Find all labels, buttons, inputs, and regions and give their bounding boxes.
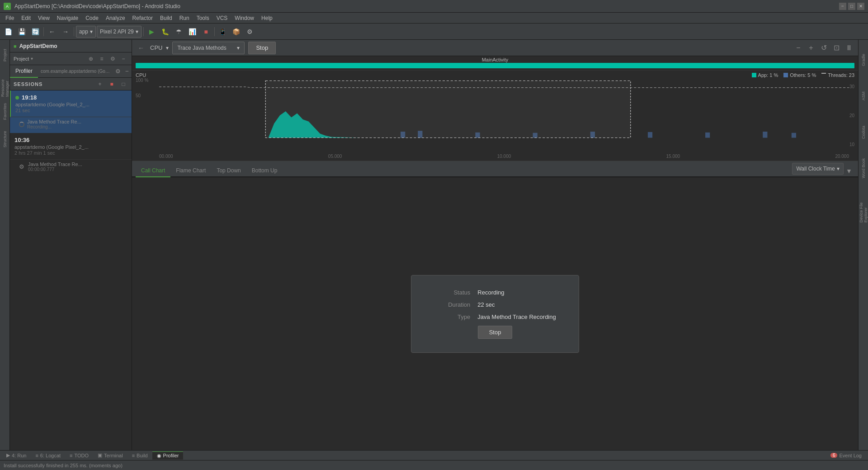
save-button[interactable]: 💾 bbox=[15, 25, 28, 38]
gear-icon-2: ⚙ bbox=[19, 163, 24, 170]
collapse-button[interactable]: ≡ bbox=[97, 54, 106, 63]
close-button[interactable]: ✕ bbox=[857, 3, 864, 10]
run-tab[interactable]: ▶ 4: Run bbox=[2, 451, 31, 459]
stop-run-button[interactable]: ■ bbox=[200, 25, 212, 38]
build-tab[interactable]: ≡ Build bbox=[127, 452, 152, 459]
session-time-2: 10:36 bbox=[14, 137, 127, 143]
menu-code[interactable]: Code bbox=[82, 14, 102, 22]
menu-navigate[interactable]: Navigate bbox=[53, 14, 82, 22]
pause-button[interactable]: ⏸ bbox=[844, 43, 854, 53]
menu-refactor[interactable]: Refactor bbox=[129, 14, 156, 22]
title-bar: A AppStartDemo [C:\AndroidDev\code\AppSt… bbox=[0, 0, 868, 13]
tab-call-chart[interactable]: Call Chart bbox=[136, 165, 170, 177]
project-settings-button[interactable]: ⚙ bbox=[108, 54, 117, 63]
session-item-2[interactable]: 10:36 appstartdemo (Google Pixel_2_... 2… bbox=[10, 133, 132, 160]
add-session-button[interactable]: + bbox=[95, 80, 104, 89]
codota-icon[interactable]: Codota bbox=[859, 114, 868, 150]
svg-rect-5 bbox=[648, 132, 652, 138]
session-name-2: appstartdemo (Google Pixel_2_... bbox=[14, 144, 127, 150]
profiler-settings-button[interactable]: ⚙ bbox=[113, 67, 123, 76]
menu-run[interactable]: Run bbox=[176, 14, 193, 22]
new-button[interactable]: 📄 bbox=[2, 25, 14, 38]
project-label: Project bbox=[14, 56, 29, 62]
sdk-button[interactable]: 📦 bbox=[230, 25, 243, 38]
wall-clock-dropdown[interactable]: Wall Clock Time ▾ bbox=[792, 163, 844, 175]
recording-label-1: Java Method Trace Re... bbox=[27, 119, 81, 124]
menu-build[interactable]: Build bbox=[156, 14, 176, 22]
build-icon: ≡ bbox=[132, 453, 135, 458]
project-close-button[interactable]: − bbox=[119, 54, 128, 63]
zoom-controls: − + ↺ ⊡ ⏸ bbox=[793, 43, 854, 53]
tab-flame-chart[interactable]: Flame Chart bbox=[170, 165, 211, 177]
menu-analyze[interactable]: Analyze bbox=[102, 14, 129, 22]
profiler-bottom-tab[interactable]: ◉ Profiler bbox=[152, 451, 184, 460]
avd-button[interactable]: 📱 bbox=[217, 25, 229, 38]
back-button[interactable]: ← bbox=[136, 43, 146, 53]
cpu-50-label: 50 bbox=[136, 93, 141, 98]
session-recording-2[interactable]: ⚙ Java Method Trace Re... 00:00:00.777 bbox=[10, 160, 132, 174]
session-item-1[interactable]: 19:18 appstartdemo (Google Pixel_2_... 2… bbox=[10, 90, 132, 117]
device-dropdown[interactable]: Pixel 2 API 29 ▾ bbox=[97, 26, 142, 38]
layout-session-button[interactable]: □ bbox=[119, 80, 128, 89]
zoom-in-button[interactable]: + bbox=[806, 43, 816, 53]
menu-window[interactable]: Window bbox=[231, 14, 258, 22]
device-file-explorer-icon[interactable]: Device File Explorer bbox=[859, 186, 868, 223]
menu-vcs[interactable]: VCS bbox=[213, 14, 231, 22]
debug-button[interactable]: 🐛 bbox=[159, 25, 172, 38]
project-dropdown-arrow[interactable]: ▾ bbox=[31, 56, 33, 61]
tab-bottom-up[interactable]: Bottom Up bbox=[246, 165, 283, 177]
zoom-fit-button[interactable]: ⊡ bbox=[831, 43, 842, 53]
asm-icon[interactable]: ASM bbox=[859, 78, 868, 114]
run-button[interactable]: ▶ bbox=[146, 25, 158, 38]
stop-session-button[interactable]: ■ bbox=[107, 80, 116, 89]
profile-button[interactable]: 📊 bbox=[186, 25, 199, 38]
recording-stop-button[interactable]: Stop bbox=[478, 326, 513, 339]
trace-method-dropdown[interactable]: Trace Java Methods ▾ bbox=[172, 42, 245, 54]
forward-button[interactable]: → bbox=[59, 25, 72, 38]
separator-4 bbox=[214, 27, 215, 36]
structure-icon[interactable]: Structure bbox=[0, 126, 9, 153]
cpu-right-axis: 30 20 10 bbox=[849, 84, 854, 147]
menu-edit[interactable]: Edit bbox=[18, 14, 34, 22]
menu-view[interactable]: View bbox=[34, 14, 53, 22]
session-dot-1 bbox=[15, 96, 19, 100]
cpu-chart[interactable]: CPU 100 % 50 App: 1 % Others: 5 % bbox=[132, 71, 858, 161]
recording-sub-1: Recording... bbox=[27, 124, 81, 129]
todo-tab[interactable]: ≡ TODO bbox=[65, 452, 93, 459]
locate-button[interactable]: ⊕ bbox=[86, 54, 95, 63]
zoom-reset-button[interactable]: ↺ bbox=[818, 43, 829, 53]
stop-button[interactable]: Stop bbox=[248, 42, 276, 54]
project-icon[interactable]: Project bbox=[0, 42, 9, 69]
settings-button[interactable]: ⚙ bbox=[244, 25, 256, 38]
profiler-tab[interactable]: Profiler bbox=[10, 65, 38, 78]
event-log-tab[interactable]: 6 Event Log bbox=[826, 452, 866, 459]
svg-rect-8 bbox=[792, 133, 796, 138]
main-layout: Project Resource Manager Favorites Struc… bbox=[0, 40, 868, 450]
svg-rect-10 bbox=[265, 81, 631, 138]
maximize-button[interactable]: □ bbox=[848, 3, 855, 10]
cpu-dropdown[interactable]: ▾ bbox=[166, 45, 169, 51]
svg-rect-7 bbox=[763, 132, 767, 138]
menu-tools[interactable]: Tools bbox=[193, 14, 213, 22]
app-config-dropdown[interactable]: app ▾ bbox=[76, 26, 96, 38]
logcat-tab[interactable]: ≡ 6: Logcat bbox=[31, 452, 65, 459]
todo-icon: ≡ bbox=[70, 453, 72, 458]
resource-manager-icon[interactable]: Resource Manager bbox=[0, 70, 9, 97]
gradle-icon[interactable]: Gradle bbox=[859, 42, 868, 78]
session-recording-1[interactable]: Java Method Trace Re... Recording... bbox=[10, 117, 132, 133]
filter-button[interactable]: ▼ bbox=[844, 166, 854, 176]
profiler-path: com.example.appstartdemo (Google Pixel_2… bbox=[38, 69, 113, 74]
terminal-tab[interactable]: ▣ Terminal bbox=[93, 451, 127, 459]
profiler-minimize-button[interactable]: − bbox=[123, 67, 132, 76]
menu-file[interactable]: File bbox=[2, 14, 18, 22]
menu-help[interactable]: Help bbox=[258, 14, 276, 22]
minimize-button[interactable]: − bbox=[839, 3, 846, 10]
tab-top-down[interactable]: Top Down bbox=[211, 165, 246, 177]
sync-button[interactable]: 🔄 bbox=[29, 25, 42, 38]
coverage-button[interactable]: ☂ bbox=[173, 25, 185, 38]
sessions-header: SESSIONS + ■ □ bbox=[10, 78, 132, 90]
word-book-icon[interactable]: Word Book bbox=[859, 150, 868, 186]
zoom-out-button[interactable]: − bbox=[793, 43, 804, 53]
back-button[interactable]: ← bbox=[46, 25, 58, 38]
favorites-icon[interactable]: Favorites bbox=[0, 98, 9, 125]
